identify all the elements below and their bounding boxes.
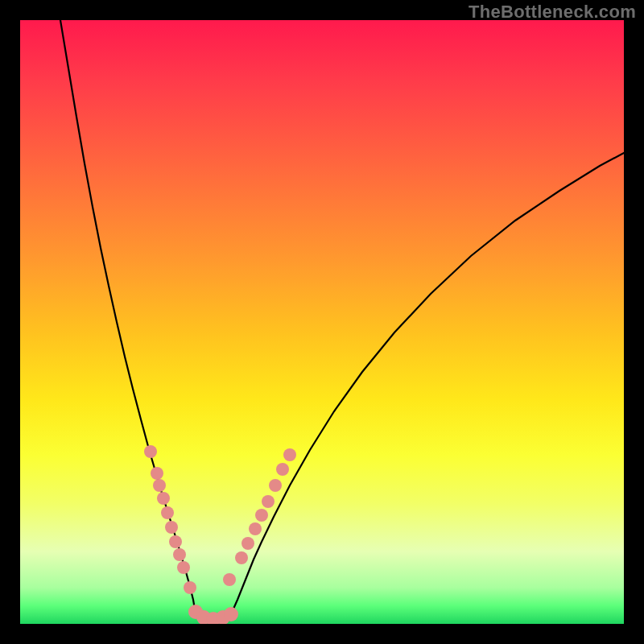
chart-frame: TheBottleneck.com xyxy=(0,0,644,644)
data-marker xyxy=(276,463,289,476)
data-marker xyxy=(242,537,254,550)
data-marker xyxy=(283,448,296,461)
data-marker xyxy=(173,548,186,561)
data-marker xyxy=(255,509,268,522)
data-marker xyxy=(269,479,282,492)
marker-group xyxy=(144,445,296,624)
data-marker xyxy=(249,522,262,535)
plot-area xyxy=(20,20,624,624)
data-marker xyxy=(161,506,174,519)
data-marker xyxy=(144,445,157,458)
data-marker xyxy=(151,467,163,480)
curve-group xyxy=(60,20,624,619)
data-marker xyxy=(165,521,178,534)
data-marker xyxy=(262,495,275,508)
data-marker xyxy=(169,535,182,548)
data-marker xyxy=(223,573,236,586)
data-marker xyxy=(224,607,238,621)
data-marker xyxy=(235,551,248,564)
data-marker xyxy=(153,479,166,492)
plot-svg xyxy=(20,20,624,624)
data-marker xyxy=(157,492,170,505)
data-marker xyxy=(177,561,190,574)
data-marker xyxy=(184,581,196,594)
bottleneck-curve xyxy=(60,20,624,619)
